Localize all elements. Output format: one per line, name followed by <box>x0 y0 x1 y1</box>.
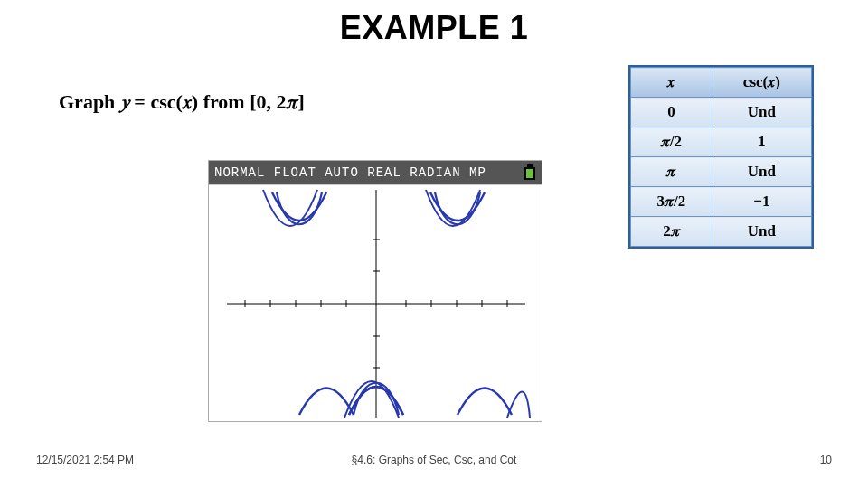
footer-section: §4.6: Graphs of Sec, Csc, and Cot <box>36 454 832 466</box>
cell-fx: 1 <box>712 127 811 157</box>
table-row: 3𝜋/2 −1 <box>631 187 812 217</box>
cell-fx: Und <box>712 98 811 127</box>
cell-x: 𝜋 <box>631 157 712 187</box>
svg-rect-2 <box>526 169 533 178</box>
calculator-screenshot: NORMAL FLOAT AUTO REAL RADIAN MP <box>208 160 542 422</box>
prompt-lhs: 𝑦 <box>120 90 129 113</box>
example-prompt: Graph 𝑦 = csc(𝑥) from [0, 2𝜋] <box>59 90 305 114</box>
col-header-x: 𝑥 <box>631 68 712 98</box>
col-header-fx: csc(𝑥) <box>712 68 811 98</box>
table-row: 𝜋 Und <box>631 157 812 187</box>
table-row: 0 Und <box>631 98 812 127</box>
slide-number: 10 <box>820 454 832 466</box>
cell-fx: −1 <box>712 187 811 217</box>
cell-x: 3𝜋/2 <box>631 187 712 217</box>
cell-fx: Und <box>712 157 811 187</box>
prompt-domain: [0, 2𝜋] <box>250 90 305 113</box>
calc-mode-text: NORMAL FLOAT AUTO REAL RADIAN MP <box>214 165 486 180</box>
csc-graph <box>209 185 543 422</box>
cell-x: 𝜋/2 <box>631 127 712 157</box>
cell-x: 2𝜋 <box>631 217 712 247</box>
svg-rect-0 <box>527 164 533 167</box>
prompt-pre: Graph <box>59 90 120 113</box>
calc-graph-area <box>209 184 542 421</box>
battery-icon <box>524 164 536 181</box>
table-row: 2𝜋 Und <box>631 217 812 247</box>
prompt-mid: from <box>203 90 250 113</box>
prompt-eq: = <box>134 90 150 113</box>
table-row: 𝜋/2 1 <box>631 127 812 157</box>
slide-footer: 12/15/2021 2:54 PM §4.6: Graphs of Sec, … <box>36 454 832 472</box>
cell-x: 0 <box>631 98 712 127</box>
calc-mode-line: NORMAL FLOAT AUTO REAL RADIAN MP <box>209 161 542 184</box>
cell-fx: Und <box>712 217 811 247</box>
value-table: 𝑥 csc(𝑥) 0 Und 𝜋/2 1 𝜋 Und 3𝜋/2 −1 <box>628 65 814 249</box>
slide-title: EXAMPLE 1 <box>0 9 868 47</box>
prompt-rhs: csc(𝑥) <box>150 90 198 113</box>
